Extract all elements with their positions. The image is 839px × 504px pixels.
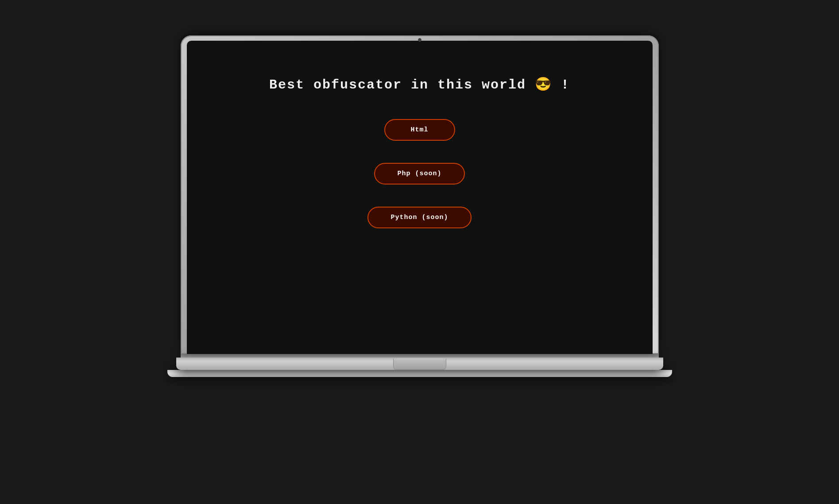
laptop-base [176, 358, 663, 370]
laptop-camera [418, 38, 421, 42]
laptop-screen: Best obfuscator in this world 😎 ! Html P… [187, 41, 653, 354]
php-obfuscator-button[interactable]: Php (soon) [374, 163, 464, 185]
exclamation-mark: ! [561, 77, 570, 92]
html-obfuscator-button[interactable]: Html [384, 119, 455, 141]
laptop-trackpad-notch [393, 358, 446, 370]
sunglasses-emoji: 😎 [535, 77, 561, 92]
laptop-wrapper: Best obfuscator in this world 😎 ! Html P… [159, 35, 681, 469]
python-obfuscator-button[interactable]: Python (soon) [367, 207, 471, 228]
buttons-container: Html Php (soon) Python (soon) [367, 119, 471, 228]
title-text: Best obfuscator in this world [269, 77, 526, 92]
screen-title: Best obfuscator in this world 😎 ! [269, 76, 570, 92]
laptop-foot [167, 370, 672, 377]
laptop-hinge [181, 354, 659, 358]
laptop-lid: Best obfuscator in this world 😎 ! Html P… [181, 35, 659, 354]
